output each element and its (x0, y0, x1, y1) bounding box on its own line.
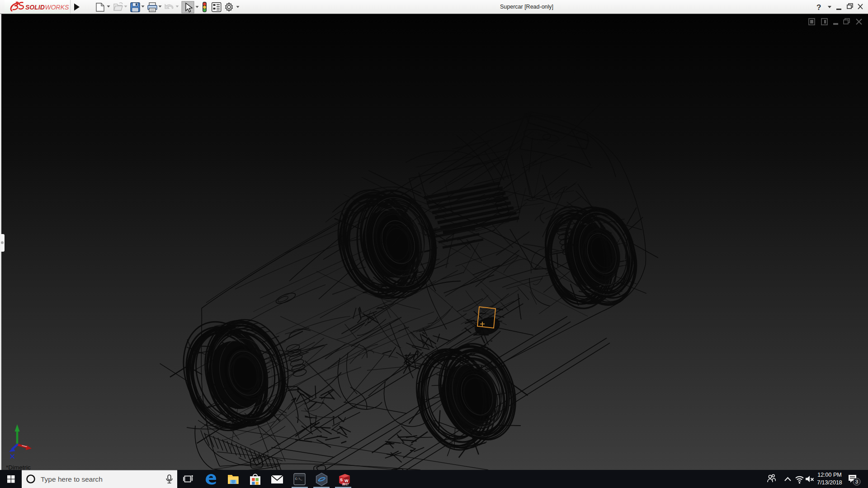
svg-text:3: 3 (855, 479, 858, 484)
svg-text:?: ? (816, 3, 821, 12)
svg-text:2017: 2017 (342, 483, 349, 486)
svg-text:C:\_: C:\_ (295, 478, 302, 481)
svg-text:Type here to search: Type here to search (41, 475, 103, 483)
svg-text:S: S (340, 478, 343, 482)
